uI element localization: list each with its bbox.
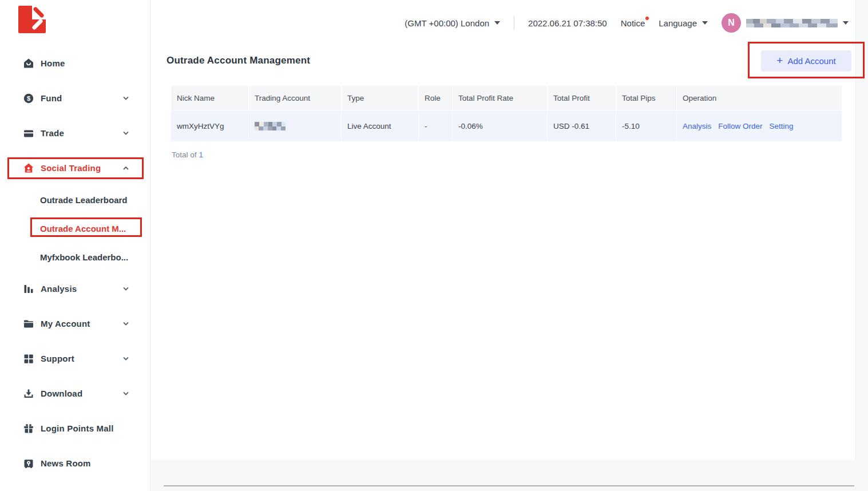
chevron-down-icon: [122, 355, 129, 362]
grid-icon: [23, 353, 34, 365]
brand-logo-icon[interactable]: [18, 6, 46, 33]
sidebar-item-label: My Account: [41, 319, 90, 328]
footer-area: [151, 460, 868, 491]
home-icon: [23, 58, 34, 69]
page-title: Outrade Account Management: [167, 55, 310, 66]
topbar-divider: [514, 16, 514, 30]
col-header-type: Type: [341, 86, 418, 110]
total-count-line: Total of1: [172, 151, 203, 159]
col-header-operation: Operation: [676, 86, 842, 110]
cell-type: Live Account: [341, 110, 418, 141]
add-account-label: Add Account: [787, 56, 835, 66]
chevron-down-icon: [122, 130, 129, 137]
total-count: 1: [199, 151, 204, 159]
plus-icon: +: [776, 55, 783, 66]
caret-down-icon: [843, 21, 849, 25]
sidebar-item-label: News Room: [41, 458, 91, 468]
accounts-table: Nick Name Trading Account Type Role Tota…: [171, 86, 842, 141]
chevron-down-icon: [122, 286, 129, 292]
cell-nick-name: wmXyHztVYg: [171, 110, 248, 141]
add-account-button[interactable]: + Add Account: [761, 50, 851, 72]
sidebar-item-news-room[interactable]: News Room: [0, 446, 150, 481]
total-prefix: Total of: [172, 151, 197, 159]
sidebar-item-label: Support: [41, 354, 74, 363]
cell-trading-account: [248, 110, 341, 141]
sidebar-item-label: Trade: [41, 128, 64, 138]
top-bar: (GMT +00:00) London 2022.06.21 07:38:50 …: [151, 0, 855, 46]
sidebar-item-label: Outrade Account M...: [40, 224, 126, 233]
col-header-nick-name: Nick Name: [171, 86, 248, 110]
timezone-selector[interactable]: (GMT +00:00) London: [405, 18, 500, 28]
sidebar: Home $ Fund Trade Social Tradin: [0, 0, 150, 491]
folder-icon: [23, 318, 34, 330]
language-label: Language: [659, 18, 697, 28]
caret-down-icon: [702, 21, 708, 25]
user-menu[interactable]: N: [722, 13, 849, 33]
sidebar-item-download[interactable]: Download: [0, 376, 150, 411]
avatar: N: [722, 13, 741, 33]
language-selector[interactable]: Language: [659, 18, 708, 28]
col-header-total-profit: Total Profit: [547, 86, 616, 110]
sidebar-item-social-trading[interactable]: Social Trading: [0, 151, 150, 185]
notice-badge-dot: [645, 17, 649, 20]
trade-icon: [23, 128, 34, 139]
sidebar-item-trade[interactable]: Trade: [0, 116, 150, 151]
redacted-trading-account: [255, 122, 286, 130]
svg-text:$: $: [27, 94, 30, 101]
chevron-up-icon: [122, 165, 129, 172]
cell-total-profit-rate: -0.06%: [452, 110, 547, 141]
notice-label: Notice: [621, 18, 645, 28]
sidebar-item-outrade-leaderboard[interactable]: Outrade Leaderboard: [0, 185, 150, 214]
sidebar-item-myfxbook-leaderboard[interactable]: Myfxbook Leaderbo...: [0, 243, 150, 271]
cell-operation: Analysis Follow Order Setting: [676, 110, 842, 141]
sidebar-item-label: Outrade Leaderboard: [40, 195, 128, 205]
cell-role: -: [418, 110, 452, 141]
caret-down-icon: [494, 21, 500, 25]
gift-icon: [23, 423, 34, 434]
setting-link[interactable]: Setting: [770, 122, 794, 130]
follow-order-link[interactable]: Follow Order: [718, 122, 762, 130]
sidebar-item-label: Home: [41, 58, 65, 68]
col-header-role: Role: [418, 86, 452, 110]
chevron-down-icon: [122, 95, 129, 102]
redacted-username: [746, 19, 838, 27]
col-header-total-profit-rate: Total Profit Rate: [452, 86, 547, 110]
cell-total-pips: -5.10: [616, 110, 676, 141]
sidebar-item-label: Social Trading: [41, 163, 101, 173]
sidebar-item-support[interactable]: Support: [0, 341, 150, 376]
fund-icon: $: [23, 93, 34, 104]
footer-divider: [164, 485, 854, 486]
sidebar-item-home[interactable]: Home: [0, 46, 150, 81]
cell-total-profit: USD -0.61: [547, 110, 616, 141]
table-row: wmXyHztVYg Live Account - -0.06% USD -0.…: [171, 110, 842, 141]
chevron-down-icon: [122, 390, 129, 397]
col-header-total-pips: Total Pips: [616, 86, 676, 110]
sidebar-item-label: Fund: [41, 93, 62, 103]
sidebar-item-label: Analysis: [41, 284, 77, 294]
news-room-icon: [23, 458, 34, 469]
scrollbar-track[interactable]: [855, 0, 868, 491]
sidebar-item-login-points-mall[interactable]: Login Points Mall: [0, 411, 150, 446]
analysis-icon: [23, 283, 34, 295]
server-datetime: 2022.06.21 07:38:50: [528, 18, 607, 28]
main-content: (GMT +00:00) London 2022.06.21 07:38:50 …: [151, 0, 868, 491]
sidebar-item-outrade-account-management[interactable]: Outrade Account M...: [0, 214, 150, 243]
download-icon: [23, 388, 34, 399]
col-header-trading-account: Trading Account: [248, 86, 341, 110]
notice-button[interactable]: Notice: [621, 18, 645, 28]
chevron-down-icon: [122, 320, 129, 327]
analysis-link[interactable]: Analysis: [683, 122, 711, 130]
sidebar-item-my-account[interactable]: My Account: [0, 306, 150, 341]
sidebar-item-label: Download: [41, 389, 82, 398]
sidebar-item-label: Login Points Mall: [41, 423, 114, 433]
sidebar-nav: Home $ Fund Trade Social Tradin: [0, 46, 150, 481]
sidebar-item-fund[interactable]: $ Fund: [0, 81, 150, 116]
sidebar-item-analysis[interactable]: Analysis: [0, 271, 150, 306]
table-header-row: Nick Name Trading Account Type Role Tota…: [171, 86, 842, 110]
sidebar-item-label: Myfxbook Leaderbo...: [40, 252, 128, 262]
timezone-label: (GMT +00:00) London: [405, 18, 489, 28]
social-trading-icon: [23, 163, 34, 174]
